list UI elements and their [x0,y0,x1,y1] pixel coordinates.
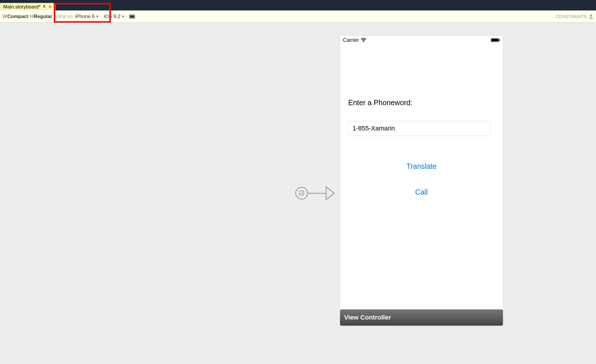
svg-point-6 [589,18,590,19]
phoneword-label[interactable]: Enter a Phoneword: [348,98,495,107]
close-icon[interactable] [48,5,52,9]
view-as-label: VIEW AS [55,14,73,19]
svg-point-3 [590,15,592,16]
constraints-label: CONSTRAINTS [556,14,587,19]
size-class-picker[interactable]: W Compact H Regular [2,14,52,19]
svg-rect-12 [499,39,500,41]
svg-rect-1 [130,15,134,18]
h-letter: H [30,14,33,19]
segue-circle-icon [295,187,308,200]
orientation-icon[interactable] [129,15,136,19]
view-controller-label: View Controller [344,314,391,321]
arrow-right-icon [325,186,335,200]
call-button[interactable]: Call [348,188,495,196]
segue-line [308,193,325,194]
carrier-text: Carrier [343,37,359,43]
designer-toolbar: W Compact H Regular VIEW AS iPhone 6 ▼ i… [0,10,596,23]
initial-view-controller-arrow[interactable] [295,186,335,200]
svg-point-7 [591,18,591,19]
w-letter: W [2,14,7,19]
pin-icon[interactable] [42,5,46,9]
translate-button[interactable]: Translate [348,162,495,171]
design-canvas[interactable]: Carrier Enter a Pho [0,23,596,364]
phoneword-textfield[interactable]: 1-855-Xamarin [348,121,491,136]
chevron-down-icon: ▼ [96,15,99,18]
svg-point-9 [363,41,364,42]
constraints-icon[interactable] [588,14,594,19]
chevron-down-icon: ▼ [122,15,124,18]
phone-content: Enter a Phoneword: 1-855-Xamarin Transla… [340,98,503,196]
tab-row: Main.storyboard* [0,3,596,10]
carrier-group: Carrier [343,37,367,43]
regular-text: Regular [34,14,52,19]
svg-point-8 [592,18,593,19]
ios-version-text: iOS 9.2 [104,14,120,19]
tab-title: Main.storyboard* [3,4,41,10]
svg-point-2 [135,16,135,17]
title-bar [0,0,596,3]
svg-rect-11 [492,39,499,42]
battery-icon [491,38,500,42]
phone-preview[interactable]: Carrier Enter a Pho [340,35,503,326]
compact-text: Compact [7,14,29,19]
document-tab[interactable]: Main.storyboard* [0,3,56,10]
ios-version-dropdown[interactable]: iOS 9.2 ▼ [104,14,124,19]
device-dropdown[interactable]: iPhone 6 ▼ [75,14,99,19]
view-controller-bar[interactable]: View Controller [340,309,503,326]
device-name: iPhone 6 [75,14,95,19]
segue-storyboard-icon [299,191,304,196]
status-bar: Carrier [340,36,503,44]
wifi-icon [361,38,367,42]
